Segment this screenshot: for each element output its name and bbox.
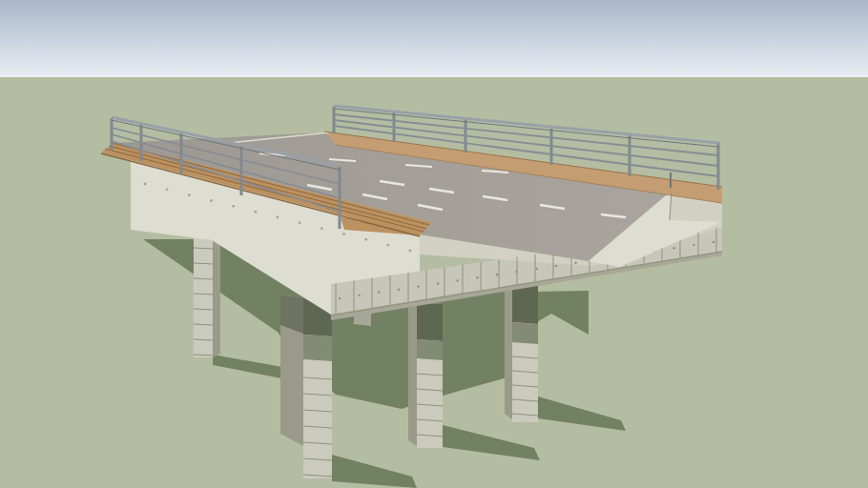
- 3d-viewport[interactable]: [0, 0, 868, 488]
- sky: [0, 0, 868, 78]
- bridge-scene-canvas[interactable]: [0, 0, 868, 488]
